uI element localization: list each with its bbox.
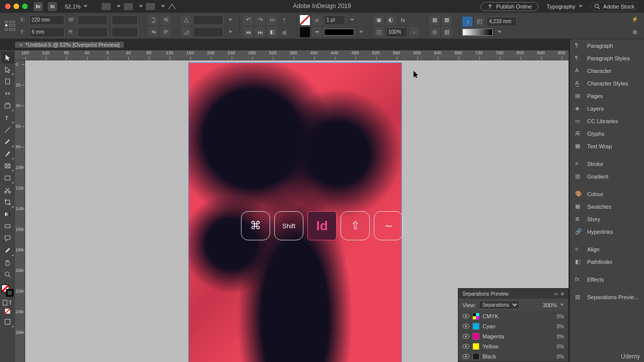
- apply-none-icon[interactable]: [1, 307, 14, 316]
- shear-field[interactable]: [193, 27, 223, 37]
- ink-row-yellow[interactable]: Yellow0%: [458, 341, 568, 351]
- gradient-preview[interactable]: [462, 29, 493, 36]
- stroke-swatch[interactable]: [6, 289, 14, 297]
- adobe-stock-search[interactable]: Adobe Stock: [591, 2, 638, 11]
- panel-menu-icon[interactable]: ≡: [561, 291, 564, 297]
- scissors-tool[interactable]: [1, 184, 14, 196]
- frame-fit-icon[interactable]: ▧: [442, 27, 452, 37]
- visibility-icon[interactable]: [462, 334, 469, 339]
- panel-align[interactable]: ≡Align: [570, 243, 644, 255]
- note-tool[interactable]: [1, 232, 14, 244]
- w-field[interactable]: [77, 15, 108, 25]
- gradient-feather-tool[interactable]: [1, 220, 14, 232]
- panel-paragraph[interactable]: ¶Paragraph: [570, 39, 644, 52]
- page-tool[interactable]: [1, 75, 14, 87]
- prev-icon[interactable]: ⏮: [243, 27, 253, 37]
- stock-icon[interactable]: St: [48, 2, 57, 11]
- content-collector-tool[interactable]: [1, 100, 14, 112]
- scale-x-field[interactable]: [112, 15, 138, 25]
- opacity-step[interactable]: ›: [409, 27, 419, 37]
- ink-row-black[interactable]: Black0%: [458, 351, 568, 361]
- maximize-window[interactable]: [22, 4, 28, 9]
- flip-h-icon[interactable]: ⇋: [148, 27, 158, 37]
- close-window[interactable]: [5, 4, 11, 9]
- redo-icon[interactable]: ↷: [255, 15, 265, 25]
- panel-stroke[interactable]: ≡Stroke: [570, 157, 644, 170]
- panel-swatches[interactable]: ▦Swatches: [570, 200, 644, 213]
- text-wrap-bound-icon[interactable]: ▩: [442, 15, 452, 25]
- panel-story[interactable]: ≣Story: [570, 213, 644, 225]
- rectangle-tool[interactable]: [1, 172, 14, 184]
- panel-hyperlinks[interactable]: 🔗Hyperlinks: [570, 225, 644, 238]
- arrange-docs-icon[interactable]: [146, 3, 155, 10]
- link-icon[interactable]: [148, 15, 158, 25]
- fx-icon[interactable]: fx: [398, 15, 408, 25]
- ink-row-magenta[interactable]: Magenta0%: [458, 331, 568, 341]
- document-tab[interactable]: × *Untitled-5 @ 52% [Overprint Preview]: [15, 42, 124, 48]
- selection-tool[interactable]: [1, 51, 14, 63]
- ink-row-cyan[interactable]: Cyan0%: [458, 321, 568, 331]
- next-icon[interactable]: ⏭: [255, 27, 265, 37]
- corner-options-icon[interactable]: ╭: [462, 17, 472, 27]
- panel-glyphs[interactable]: ÆGlyphs: [570, 127, 644, 140]
- free-transform-tool[interactable]: [1, 196, 14, 208]
- hand-tool[interactable]: [1, 256, 14, 268]
- formatting-container-icon[interactable]: T: [1, 299, 14, 307]
- fill-stroke-swatch[interactable]: [300, 15, 310, 25]
- close-tab-icon[interactable]: ×: [19, 42, 22, 48]
- panel-separations-previe-[interactable]: ▨Separations Previe...: [570, 291, 644, 303]
- visibility-icon[interactable]: [462, 354, 469, 359]
- rotate-cw-icon[interactable]: ⟳: [160, 27, 171, 37]
- zoom-tool[interactable]: [1, 268, 14, 281]
- fill-color[interactable]: [300, 27, 310, 37]
- rotate-ccw-icon[interactable]: ⟲: [160, 15, 171, 25]
- reference-point[interactable]: [5, 21, 16, 32]
- gradient-swatch-tool[interactable]: [1, 208, 14, 220]
- rectangle-frame-tool[interactable]: [1, 160, 14, 172]
- panel-effects[interactable]: fxEffects: [570, 273, 644, 286]
- rotate-field[interactable]: [193, 15, 223, 25]
- collapse-icon[interactable]: ››: [554, 291, 557, 297]
- h-field[interactable]: [77, 27, 108, 37]
- undo-icon[interactable]: ↶: [243, 15, 253, 25]
- corner-size-field[interactable]: 4,233 mm: [487, 17, 517, 27]
- line-tool[interactable]: [1, 124, 14, 136]
- corner-shape-icon[interactable]: ◰: [474, 17, 485, 27]
- panel-character-styles[interactable]: A̲Character Styles: [570, 77, 644, 89]
- fill-stroke-control[interactable]: [2, 285, 14, 297]
- bridge-icon[interactable]: Br: [34, 2, 43, 11]
- eyedropper-tool[interactable]: [1, 244, 14, 256]
- type-tool[interactable]: T: [1, 112, 14, 124]
- panel-gradient[interactable]: ▥Gradient: [570, 170, 644, 183]
- select-container-icon[interactable]: ▭: [267, 15, 277, 25]
- ink-row-cmyk[interactable]: CMYK0%: [458, 311, 568, 321]
- workspace-switcher[interactable]: Typography: [543, 3, 585, 11]
- view-select[interactable]: Separations: [479, 301, 519, 309]
- view-options-icon[interactable]: [102, 3, 111, 10]
- story-icon[interactable]: a|: [279, 27, 289, 37]
- panel-colour[interactable]: 🎨Colour: [570, 188, 644, 200]
- panel-menu-icon[interactable]: ⚙: [630, 28, 640, 38]
- visibility-icon[interactable]: [462, 324, 469, 329]
- minimize-window[interactable]: [14, 4, 19, 9]
- panel-text-wrap[interactable]: ▦Text Wrap: [570, 140, 644, 152]
- blend-icon[interactable]: ◫: [374, 27, 384, 37]
- drop-shadow-icon[interactable]: ▣: [374, 15, 384, 25]
- panel-layers[interactable]: ◈Layers: [570, 102, 644, 115]
- view-mode-tool[interactable]: [1, 316, 14, 328]
- stroke-weight-field[interactable]: 1 pt: [324, 15, 345, 25]
- auto-fit-icon[interactable]: ◎: [430, 27, 440, 37]
- text-wrap-none-icon[interactable]: ▦: [430, 15, 440, 25]
- pencil-tool[interactable]: [1, 148, 14, 160]
- y-field[interactable]: 6 mm: [29, 27, 64, 37]
- select-content-icon[interactable]: ◧: [267, 27, 277, 37]
- x-field[interactable]: 220 mm: [29, 15, 64, 25]
- panel-pages[interactable]: ▤Pages: [570, 89, 644, 102]
- pen-tool[interactable]: [1, 136, 14, 148]
- panel-character[interactable]: ACharacter: [570, 64, 644, 77]
- panel-cc-libraries[interactable]: ▭CC Libraries: [570, 115, 644, 127]
- scale-y-field[interactable]: [112, 27, 138, 37]
- opacity-field[interactable]: 100%: [386, 27, 407, 37]
- panel-pathfinder[interactable]: ◧Pathfinder: [570, 255, 644, 268]
- gpu-icon[interactable]: [168, 3, 177, 10]
